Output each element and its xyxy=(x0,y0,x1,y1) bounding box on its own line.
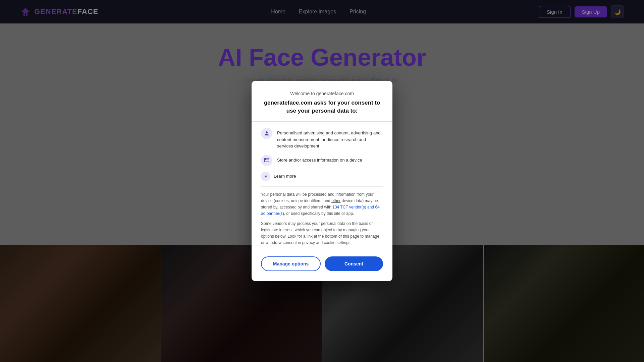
modal-actions: Manage options Consent xyxy=(261,256,383,271)
modal-divider-bottom xyxy=(261,251,383,251)
modal-welcome-text: Welcome to generateface.com xyxy=(261,91,383,96)
modal-backdrop: Welcome to generateface.com generateface… xyxy=(0,0,644,362)
modal-body-text-2: Some vendors may process your personal d… xyxy=(261,221,383,246)
storage-icon xyxy=(261,155,272,166)
svg-point-3 xyxy=(265,159,266,160)
learn-more-row: ▾ Learn more xyxy=(261,172,383,181)
consent-modal: Welcome to generateface.com generateface… xyxy=(252,81,392,282)
manage-options-button[interactable]: Manage options xyxy=(261,256,321,271)
storage-consent-text: Store and/or access information on a dev… xyxy=(277,155,362,164)
consent-button[interactable]: Consent xyxy=(325,256,383,271)
consent-item-storage: Store and/or access information on a dev… xyxy=(261,155,383,166)
advertising-consent-text: Personalised advertising and content, ad… xyxy=(277,128,383,149)
modal-body-text-1: Your personal data will be processed and… xyxy=(261,191,383,217)
learn-more-label: Learn more xyxy=(274,174,296,179)
consent-item-advertising: Personalised advertising and content, ad… xyxy=(261,128,383,149)
modal-title-text: generateface.com asks for your consent t… xyxy=(261,99,383,115)
modal-divider-middle xyxy=(261,186,383,187)
chevron-down-icon: ▾ xyxy=(265,174,267,179)
svg-point-0 xyxy=(266,131,268,133)
modal-divider-top xyxy=(252,121,392,122)
vendor-link[interactable]: 134 TCF vendor(s) and 64 ad partner(s) xyxy=(261,205,380,216)
advertising-icon xyxy=(261,128,272,139)
learn-more-expand-button[interactable]: ▾ xyxy=(261,172,270,181)
